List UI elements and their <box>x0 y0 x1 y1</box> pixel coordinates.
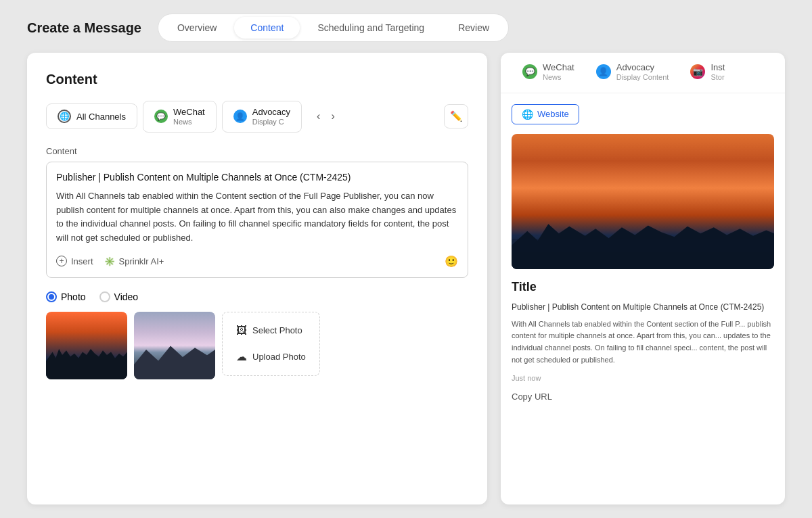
mountain-photo <box>134 312 215 379</box>
channel-tabs-row: 🌐 All Channels 💬 WeChat News 👤 Advocacy … <box>46 101 468 133</box>
preview-text-body: With All Channels tab enabled within the… <box>512 319 774 366</box>
preview-instagram-type: Stor <box>710 73 725 82</box>
upload-photo-button[interactable]: ☁ Upload Photo <box>236 346 306 367</box>
section-title: Content <box>46 72 468 87</box>
main-layout: Content 🌐 All Channels 💬 WeChat News 👤 <box>27 53 785 504</box>
ai-button[interactable]: ✳️ Sprinklr AI+ <box>104 256 164 266</box>
channel-tab-advocacy[interactable]: 👤 Advocacy Display C <box>222 101 302 133</box>
preview-advocacy-name: Advocacy <box>616 62 669 73</box>
tab-content[interactable]: Content <box>234 17 300 39</box>
preview-wechat-name: WeChat <box>543 62 574 73</box>
tab-overview[interactable]: Overview <box>161 17 233 39</box>
preview-image <box>512 134 774 269</box>
preview-wechat-icon: 💬 <box>522 64 537 79</box>
advocacy-icon: 👤 <box>233 110 247 123</box>
preview-instagram-name: Inst <box>710 62 725 73</box>
preview-title-label: Title <box>512 280 774 294</box>
photo-thumb-1[interactable] <box>46 312 127 379</box>
nav-arrows: ‹ › <box>307 106 344 126</box>
photo-actions-panel: 🖼 Select Photo ☁ Upload Photo <box>222 312 320 376</box>
preview-tab-wechat[interactable]: 💬 WeChat News <box>512 53 585 93</box>
copy-url-button[interactable]: Copy URL <box>512 392 552 402</box>
preview-tabs: 💬 WeChat News 👤 Advocacy Display Content… <box>501 53 785 93</box>
globe-icon: 🌐 <box>58 110 71 123</box>
all-channels-label: All Channels <box>76 112 126 122</box>
content-title: Publisher | Publish Content on Multiple … <box>56 172 458 183</box>
wechat-type: News <box>173 118 205 126</box>
video-radio-circle <box>99 291 110 302</box>
tab-scheduling[interactable]: Scheduling and Targeting <box>301 17 441 39</box>
website-button[interactable]: 🌐 Website <box>512 104 579 124</box>
sprinklr-icon: ✳️ <box>104 256 115 266</box>
content-textarea[interactable]: Publisher | Publish Content on Multiple … <box>46 162 468 278</box>
prev-arrow[interactable]: ‹ <box>313 109 324 124</box>
preview-tab-instagram[interactable]: 📷 Inst Stor <box>679 53 736 93</box>
emoji-button[interactable]: 🙂 <box>445 255 458 268</box>
advocacy-type: Display C <box>252 118 290 126</box>
city-photo <box>46 312 127 379</box>
photo-radio-circle <box>46 291 57 302</box>
website-icon: 🌐 <box>522 109 533 120</box>
photos-row: 🖼 Select Photo ☁ Upload Photo <box>46 312 468 379</box>
preview-tab-advocacy[interactable]: 👤 Advocacy Display Content <box>585 53 680 93</box>
content-field-label: Content <box>46 146 468 156</box>
preview-instagram-icon: 📷 <box>690 64 705 79</box>
video-radio[interactable]: Video <box>99 291 139 302</box>
content-body: With All Channels tab enabled within the… <box>56 189 458 245</box>
insert-button[interactable]: + Insert <box>56 256 93 266</box>
photo-thumb-2[interactable] <box>134 312 215 379</box>
upload-photo-icon: ☁ <box>236 350 247 363</box>
right-panel: 💬 WeChat News 👤 Advocacy Display Content… <box>501 53 785 504</box>
channel-tab-all[interactable]: 🌐 All Channels <box>46 103 137 129</box>
tab-review[interactable]: Review <box>442 17 505 39</box>
advocacy-name: Advocacy <box>252 107 290 118</box>
main-tabs: Overview Content Scheduling and Targetin… <box>158 14 509 42</box>
edit-button[interactable]: ✏️ <box>444 104 468 128</box>
select-photo-button[interactable]: 🖼 Select Photo <box>236 321 306 341</box>
preview-timestamp: Just now <box>512 374 774 382</box>
next-arrow[interactable]: › <box>327 109 338 124</box>
left-panel: Content 🌐 All Channels 💬 WeChat News 👤 <box>27 53 487 504</box>
textarea-toolbar: + Insert ✳️ Sprinklr AI+ 🙂 <box>56 255 458 268</box>
preview-body: 🌐 Website Title Publisher | Publish Cont… <box>501 93 785 504</box>
preview-advocacy-icon: 👤 <box>596 64 611 79</box>
wechat-name: WeChat <box>173 107 205 118</box>
photo-radio[interactable]: Photo <box>46 291 86 302</box>
preview-text-title: Publisher | Publish Content on Multiple … <box>512 301 774 313</box>
page-header: Create a Message Overview Content Schedu… <box>27 14 785 42</box>
plus-icon: + <box>56 256 67 266</box>
select-photo-icon: 🖼 <box>236 325 247 337</box>
media-type-row: Photo Video <box>46 291 468 302</box>
wechat-icon: 💬 <box>154 110 168 123</box>
page-title: Create a Message <box>27 20 141 36</box>
channel-tab-wechat[interactable]: 💬 WeChat News <box>143 101 217 133</box>
preview-wechat-type: News <box>543 73 574 82</box>
preview-advocacy-type: Display Content <box>616 73 669 82</box>
